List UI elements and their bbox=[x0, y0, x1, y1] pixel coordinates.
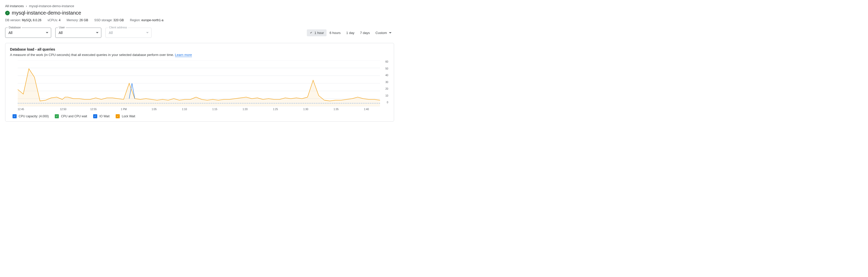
chevron-down-icon bbox=[146, 32, 149, 33]
instance-meta: DB version: MySQL 8.0.26 vCPUs: 4 Memory… bbox=[5, 19, 394, 22]
memory-label: Memory: bbox=[66, 19, 79, 22]
y-tick: 30 bbox=[381, 81, 388, 83]
chevron-down-icon bbox=[96, 32, 98, 33]
time-range-1day[interactable]: 1 day bbox=[344, 29, 357, 36]
page-title: mysql-instance-demo-instance bbox=[12, 10, 81, 16]
legend-io-wait[interactable]: IO Wait bbox=[93, 114, 110, 118]
time-range-1hour[interactable]: 1 hour bbox=[307, 29, 327, 36]
user-select[interactable]: User All bbox=[55, 28, 101, 38]
database-select[interactable]: Database All bbox=[5, 28, 51, 38]
client-address-select: Client address All bbox=[105, 28, 152, 38]
checkbox-icon bbox=[116, 114, 120, 118]
time-range-toggle: 1 hour 6 hours 1 day 7 days Custom bbox=[307, 29, 394, 36]
ssd-value: 320 GB bbox=[113, 19, 124, 22]
user-select-value: All bbox=[59, 31, 63, 35]
legend-lock-wait-label: Lock Wait bbox=[122, 114, 135, 118]
checkbox-icon bbox=[93, 114, 97, 118]
time-range-6hours[interactable]: 6 hours bbox=[327, 29, 343, 36]
user-select-label: User bbox=[58, 26, 66, 29]
time-range-custom[interactable]: Custom bbox=[373, 29, 394, 36]
card-description-text: A measure of the work (in CPU-seconds) t… bbox=[10, 53, 174, 57]
ssd-label: SSD storage: bbox=[94, 19, 112, 22]
breadcrumb-current: mysql-instance-demo-instance bbox=[29, 4, 74, 8]
filter-row: Database All User All Client address All… bbox=[5, 28, 394, 38]
y-tick: 0 bbox=[381, 101, 388, 104]
vcpus-label: vCPUs: bbox=[48, 19, 58, 22]
check-icon bbox=[309, 31, 313, 34]
database-select-value: All bbox=[8, 31, 12, 35]
y-tick: 10 bbox=[381, 94, 388, 97]
chevron-down-icon bbox=[389, 32, 392, 33]
legend-cpu-capacity-label: CPU capacity: (4.000) bbox=[19, 114, 49, 118]
chart-svg bbox=[10, 60, 381, 106]
learn-more-link[interactable]: Learn more bbox=[175, 53, 192, 57]
legend-cpu-capacity[interactable]: CPU capacity: (4.000) bbox=[12, 114, 49, 118]
y-tick: 50 bbox=[381, 67, 388, 70]
legend-io-wait-label: IO Wait bbox=[99, 114, 110, 118]
card-title: Database load - all queries bbox=[10, 47, 389, 51]
db-load-card: Database load - all queries A measure of… bbox=[5, 43, 394, 122]
region-label: Region: bbox=[130, 19, 141, 22]
time-range-1day-label: 1 day bbox=[346, 31, 354, 35]
client-select-label: Client address bbox=[108, 26, 128, 29]
y-tick: 20 bbox=[381, 88, 388, 90]
legend-cpu-wait[interactable]: CPU and CPU wait bbox=[55, 114, 87, 118]
time-range-6hours-label: 6 hours bbox=[330, 31, 341, 35]
checkbox-icon bbox=[55, 114, 59, 118]
legend-cpu-wait-label: CPU and CPU wait bbox=[61, 114, 87, 118]
time-range-1hour-label: 1 hour bbox=[314, 31, 324, 35]
checkbox-icon bbox=[12, 114, 17, 118]
chart-legend: CPU capacity: (4.000) CPU and CPU wait I… bbox=[10, 114, 389, 118]
chevron-right-icon: › bbox=[26, 4, 27, 8]
db-version-value: MySQL 8.0.26 bbox=[22, 19, 41, 22]
legend-lock-wait[interactable]: Lock Wait bbox=[116, 114, 135, 118]
db-load-chart: 60 50 40 30 20 10 0 bbox=[10, 60, 389, 111]
y-tick: 60 bbox=[381, 60, 388, 63]
time-range-7days-label: 7 days bbox=[360, 31, 370, 35]
vcpus-value: 4 bbox=[59, 19, 61, 22]
breadcrumb-root[interactable]: All instances bbox=[5, 4, 24, 8]
status-ok-icon bbox=[5, 11, 10, 15]
breadcrumb: All instances › mysql-instance-demo-inst… bbox=[5, 4, 394, 8]
memory-value: 26 GB bbox=[79, 19, 88, 22]
region-value: europe-north1-a bbox=[142, 19, 163, 22]
database-select-label: Database bbox=[8, 26, 22, 29]
client-select-value: All bbox=[109, 31, 113, 35]
card-description: A measure of the work (in CPU-seconds) t… bbox=[10, 53, 389, 57]
chevron-down-icon bbox=[46, 32, 49, 33]
db-version-label: DB version: bbox=[5, 19, 21, 22]
y-tick: 40 bbox=[381, 74, 388, 77]
time-range-custom-label: Custom bbox=[375, 31, 387, 35]
y-axis: 60 50 40 30 20 10 0 bbox=[381, 60, 389, 104]
time-range-7days[interactable]: 7 days bbox=[358, 29, 372, 36]
title-row: mysql-instance-demo-instance bbox=[5, 10, 394, 16]
